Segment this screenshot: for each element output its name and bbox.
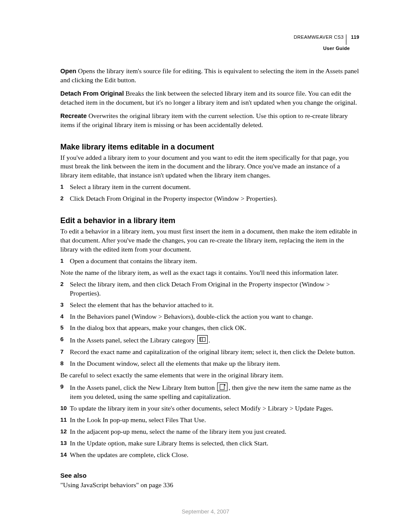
- section-heading: Make library items editable in a documen…: [60, 143, 359, 152]
- step-text: In the Look In pop-up menu, select Files…: [70, 416, 206, 423]
- step-number: 13: [60, 439, 67, 448]
- step-number: 2: [60, 194, 64, 203]
- page-number: 119: [351, 34, 359, 40]
- step-item: 5In the dialog box that appears, make yo…: [60, 324, 359, 333]
- step-note: Be careful to select exactly the same el…: [60, 371, 359, 380]
- step-note: Note the name of the library item, as we…: [60, 268, 359, 277]
- doc-subtitle: User Guide: [294, 46, 350, 51]
- step-number: 2: [60, 280, 64, 289]
- page-content: Open Opens the library item's source fil…: [60, 67, 359, 489]
- doc-title: DREAMWEAVER CS3: [294, 34, 344, 40]
- step-text: In the dialog box that appears, make you…: [70, 324, 246, 331]
- step-number: 1: [60, 183, 64, 192]
- page: DREAMWEAVER CS3 119 User Guide Open Open…: [0, 0, 411, 532]
- step-number: 10: [60, 404, 67, 413]
- step-item: 9In the Assets panel, click the New Libr…: [60, 383, 359, 401]
- section-heading: Edit a behavior in a library item: [60, 216, 359, 225]
- definition-text: Opens the library item's source file for…: [60, 67, 359, 84]
- step-item: 1Select a library item in the current do…: [60, 183, 359, 192]
- step-text: In the adjacent pop-up menu, select the …: [70, 428, 286, 435]
- section-intro: If you've added a library item to your d…: [60, 153, 359, 180]
- step-item: 14When the updates are complete, click C…: [60, 451, 359, 460]
- step-item: 2Click Detach From Original in the Prope…: [60, 194, 359, 203]
- definition-recreate: Recreate Overwrites the original library…: [60, 112, 359, 130]
- step-number: 14: [60, 451, 67, 460]
- step-number: 3: [60, 301, 64, 310]
- step-item: 3Select the element that has the behavio…: [60, 301, 359, 310]
- steps-list: 1Select a library item in the current do…: [60, 183, 359, 203]
- section-intro: To edit a behavior in a library item, yo…: [60, 227, 359, 254]
- step-text: In the Update option, make sure Library …: [70, 439, 268, 447]
- step-number: 5: [60, 324, 64, 333]
- step-text: In the Assets panel, click the New Libra…: [70, 384, 216, 391]
- step-item: 11In the Look In pop-up menu, select Fil…: [60, 416, 359, 425]
- step-text: Select the library item, and then click …: [70, 280, 330, 297]
- step-text: .: [209, 336, 210, 344]
- definition-term: Detach From Original: [60, 90, 124, 97]
- definition-term: Open: [60, 68, 76, 75]
- step-item: 13In the Update option, make sure Librar…: [60, 439, 359, 448]
- step-text: Select the element that has the behavior…: [70, 301, 214, 308]
- step-number: 11: [60, 416, 67, 425]
- step-text: In the Behaviors panel (Window > Behavio…: [70, 313, 313, 320]
- step-item: 1Open a document that contains the libra…: [60, 257, 359, 266]
- page-header: DREAMWEAVER CS3 119 User Guide: [294, 34, 359, 51]
- new-library-item-icon: [217, 383, 227, 391]
- step-number: 4: [60, 312, 64, 321]
- library-category-icon: [197, 335, 208, 344]
- step-number: 6: [60, 335, 64, 344]
- step-item: 10To update the library item in your sit…: [60, 404, 359, 413]
- step-item: 6In the Assets panel, select the Library…: [60, 335, 359, 345]
- step-text: Click Detach From Original in the Proper…: [70, 195, 277, 202]
- definition-term: Recreate: [60, 112, 87, 119]
- definition-detach: Detach From Original Breaks the link bet…: [60, 89, 359, 107]
- step-item: 4In the Behaviors panel (Window > Behavi…: [60, 312, 359, 321]
- step-text: Select a library item in the current doc…: [70, 183, 191, 190]
- step-item: 8In the Document window, select all the …: [60, 359, 359, 368]
- steps-list: 1Open a document that contains the libra…: [60, 257, 359, 266]
- see-also-heading: See also: [60, 472, 359, 479]
- header-divider: [346, 34, 346, 45]
- steps-list: 9In the Assets panel, click the New Libr…: [60, 383, 359, 459]
- step-number: 8: [60, 359, 64, 368]
- step-text: In the Assets panel, select the Library …: [70, 336, 196, 344]
- definition-open: Open Opens the library item's source fil…: [60, 67, 359, 85]
- step-item: 7Record the exact name and capitalizatio…: [60, 348, 359, 357]
- step-number: 1: [60, 257, 64, 266]
- step-number: 9: [60, 383, 64, 392]
- step-text: To update the library item in your site'…: [70, 404, 333, 412]
- definition-text: Overwrites the original library item wit…: [60, 112, 348, 128]
- step-text: In the Document window, select all the e…: [70, 360, 280, 367]
- step-number: 7: [60, 348, 64, 357]
- footer-date: September 4, 2007: [0, 508, 411, 515]
- step-text: Record the exact name and capitalization…: [70, 348, 355, 355]
- step-item: 12In the adjacent pop-up menu, select th…: [60, 427, 359, 436]
- step-text: When the updates are complete, click Clo…: [70, 451, 188, 458]
- step-number: 12: [60, 427, 67, 436]
- step-text: Open a document that contains the librar…: [70, 257, 197, 264]
- steps-list: 2Select the library item, and then click…: [60, 280, 359, 368]
- step-item: 2Select the library item, and then click…: [60, 280, 359, 298]
- see-also-link[interactable]: "Using JavaScript behaviors" on page 336: [60, 481, 359, 490]
